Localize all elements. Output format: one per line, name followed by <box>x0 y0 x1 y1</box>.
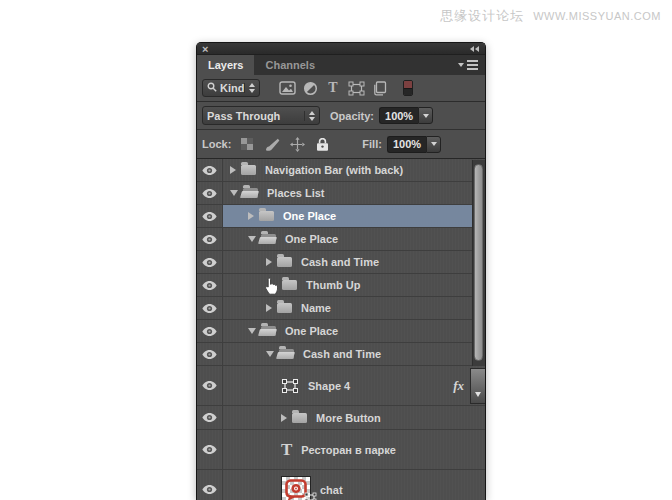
fill-value-field[interactable]: 100% <box>387 136 426 153</box>
layer-row[interactable]: One Place <box>197 205 485 228</box>
collapse-triangle-icon[interactable] <box>230 190 238 196</box>
hand-cursor-icon <box>262 276 280 300</box>
tab-channels[interactable]: Channels <box>254 55 326 75</box>
shape-layer-filter-icon[interactable] <box>345 78 367 98</box>
fill-dropdown-icon[interactable] <box>426 136 441 153</box>
visibility-eye-icon[interactable] <box>197 366 223 405</box>
opacity-value-field[interactable]: 100% <box>379 107 418 124</box>
expand-triangle-icon[interactable] <box>248 212 254 220</box>
layer-name: chat <box>320 484 343 496</box>
shape-layer-thumbnail[interactable] <box>281 378 299 394</box>
dropdown-stepper-icon <box>304 111 315 121</box>
layer-row[interactable]: Name <box>197 297 485 320</box>
lock-position-icon[interactable] <box>289 135 305 153</box>
tab-layers[interactable]: Layers <box>197 55 254 75</box>
expand-triangle-icon[interactable] <box>266 258 272 266</box>
folder-icon <box>282 280 297 290</box>
folder-open-icon <box>243 188 258 198</box>
layer-name: More Button <box>316 412 381 424</box>
layer-name: One Place <box>285 325 338 337</box>
filter-kind-dropdown[interactable]: Kind <box>202 79 260 97</box>
visibility-eye-icon[interactable] <box>197 297 223 319</box>
fill-label: Fill: <box>362 138 382 150</box>
layer-filtering-toggle[interactable] <box>403 80 413 96</box>
folder-icon <box>277 303 292 313</box>
search-icon <box>207 82 217 94</box>
folder-open-icon <box>261 234 276 244</box>
visibility-eye-icon[interactable] <box>197 159 223 181</box>
layer-row[interactable]: More Button <box>197 406 485 430</box>
lock-all-icon[interactable] <box>314 135 330 153</box>
vector-mask-badge-icon <box>304 489 317 500</box>
folder-open-icon <box>261 326 276 336</box>
watermark: 思缘设计论坛 WWW.MISSYUAN.COM <box>440 7 661 25</box>
layer-row[interactable]: chat <box>197 470 485 500</box>
visibility-eye-icon[interactable] <box>197 182 223 204</box>
layer-name: Navigation Bar (with back) <box>265 164 403 176</box>
blend-mode-dropdown[interactable]: Pass Through <box>202 106 320 125</box>
layer-row[interactable]: Cash and Time <box>197 251 485 274</box>
visibility-eye-icon[interactable] <box>197 430 223 469</box>
layer-list: Navigation Bar (with back)Places ListOne… <box>197 159 485 500</box>
collapse-to-icons-icon[interactable] <box>470 46 479 52</box>
lock-transparent-pixels-icon[interactable] <box>239 135 255 153</box>
layer-thumbnail[interactable] <box>281 476 311 500</box>
pixel-layer-filter-icon[interactable] <box>276 78 298 98</box>
folder-icon <box>292 413 307 423</box>
filter-buttons: T <box>276 78 390 98</box>
filter-row: Kind T <box>197 75 485 102</box>
close-icon[interactable]: × <box>202 44 208 54</box>
collapse-triangle-icon[interactable] <box>248 328 256 334</box>
fx-badge: fx <box>453 378 467 394</box>
scrollbar-thumb[interactable] <box>474 164 483 361</box>
panel-titlebar[interactable]: × <box>197 43 485 55</box>
expand-triangle-icon[interactable] <box>281 414 287 422</box>
visibility-eye-icon[interactable] <box>197 274 223 296</box>
visibility-eye-icon[interactable] <box>197 470 223 500</box>
layer-row[interactable]: Shape 4fx <box>197 366 485 406</box>
filter-kind-label: Kind <box>220 82 244 94</box>
layer-row[interactable]: One Place <box>197 228 485 251</box>
visibility-eye-icon[interactable] <box>197 343 223 365</box>
expand-triangle-icon[interactable] <box>266 304 272 312</box>
lock-row: Lock: Fill: 100% <box>197 130 485 159</box>
layers-panel: × Layers Channels Kind T Pass Through <box>196 42 486 500</box>
watermark-site-url: WWW.MISSYUAN.COM <box>533 10 661 22</box>
dropdown-stepper-icon <box>244 83 255 93</box>
collapse-triangle-icon[interactable] <box>248 236 256 242</box>
layer-name: One Place <box>283 210 336 222</box>
collapse-effects-icon[interactable] <box>470 368 485 404</box>
visibility-eye-icon[interactable] <box>197 205 223 227</box>
panel-tabbar: Layers Channels <box>197 55 485 75</box>
watermark-site-name: 思缘设计论坛 <box>440 7 524 25</box>
opacity-label: Opacity: <box>330 110 374 122</box>
layer-name: Ресторан в парке <box>301 444 396 456</box>
visibility-eye-icon[interactable] <box>197 320 223 342</box>
layer-row[interactable]: Cash and Time <box>197 343 485 366</box>
folder-icon <box>259 211 274 221</box>
visibility-eye-icon[interactable] <box>197 406 223 429</box>
collapse-triangle-icon[interactable] <box>266 351 274 357</box>
visibility-eye-icon[interactable] <box>197 251 223 273</box>
layer-name: Places List <box>267 187 324 199</box>
layer-row[interactable]: One Place <box>197 320 485 343</box>
expand-triangle-icon[interactable] <box>230 166 236 174</box>
lock-image-pixels-icon[interactable] <box>264 135 280 153</box>
blend-row: Pass Through Opacity: 100% <box>197 102 485 130</box>
layer-row[interactable]: Places List <box>197 182 485 205</box>
layer-row[interactable]: Navigation Bar (with back) <box>197 159 485 182</box>
layer-name: Thumb Up <box>306 279 360 291</box>
blend-mode-value: Pass Through <box>207 110 280 122</box>
opacity-dropdown-icon[interactable] <box>418 107 433 124</box>
layer-name: Cash and Time <box>303 348 381 360</box>
adjustment-layer-filter-icon[interactable] <box>299 78 321 98</box>
type-layer-filter-icon[interactable]: T <box>322 78 344 98</box>
folder-icon <box>277 257 292 267</box>
smart-object-filter-icon[interactable] <box>368 78 390 98</box>
panel-menu-icon[interactable] <box>458 55 478 75</box>
visibility-eye-icon[interactable] <box>197 228 223 250</box>
layer-row[interactable]: TРесторан в парке <box>197 430 485 470</box>
layer-name: Cash and Time <box>301 256 379 268</box>
type-layer-icon[interactable]: T <box>281 441 292 458</box>
layer-row[interactable]: Thumb Up <box>197 274 485 297</box>
